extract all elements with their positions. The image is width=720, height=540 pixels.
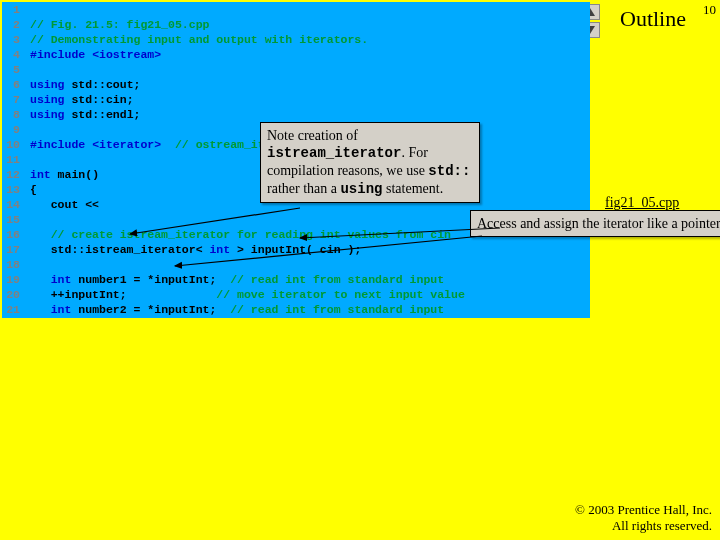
code-comment: // read int from standard input xyxy=(230,303,444,316)
line-number: 16 xyxy=(2,227,20,242)
code-comment: // read int from standard input xyxy=(230,273,444,286)
callout-text: statement. xyxy=(382,181,443,196)
copyright: © 2003 Prentice Hall, Inc. All rights re… xyxy=(575,502,712,534)
line-number: 15 xyxy=(2,212,20,227)
copyright-line: © 2003 Prentice Hall, Inc. xyxy=(575,502,712,518)
callout-text: Note creation of xyxy=(267,128,358,143)
line-number: 9 xyxy=(2,122,20,137)
line-number: 21 xyxy=(2,302,20,317)
line-number: 19 xyxy=(2,272,20,287)
outline-heading: Outline xyxy=(620,6,686,32)
code-keyword: using xyxy=(30,93,71,106)
code-text: std::cin; xyxy=(71,93,133,106)
code-keyword: using xyxy=(30,108,71,121)
line-number: 14 xyxy=(2,197,20,212)
code-text: std::cout; xyxy=(71,78,140,91)
code-include: <iterator> xyxy=(92,138,161,151)
line-number: 18 xyxy=(2,257,20,272)
code-keyword: int xyxy=(209,243,230,256)
code-text: > inputInt( cin ); xyxy=(230,243,361,256)
code-text: ++inputInt; xyxy=(30,288,216,301)
code-keyword: int xyxy=(30,303,71,316)
line-number: 1 xyxy=(2,2,20,17)
code-keyword: int xyxy=(30,168,51,181)
code-include: <iostream> xyxy=(92,48,161,61)
callout-mono: istream_iterator xyxy=(267,145,401,161)
code-keyword: #include xyxy=(30,138,92,151)
code-text: main() xyxy=(51,168,99,181)
line-number: 7 xyxy=(2,92,20,107)
code-text: std::istream_iterator< xyxy=(30,243,209,256)
callout-text: Access and assign the iterator like a po… xyxy=(477,216,720,231)
callout-mono: using xyxy=(340,181,382,197)
callout-istream-iterator: Note creation of istream_iterator. For c… xyxy=(260,122,480,203)
code-text: number1 = *inputInt; xyxy=(71,273,230,286)
line-number: 12 xyxy=(2,167,20,182)
callout-mono: std:: xyxy=(428,163,470,179)
callout-text: rather than a xyxy=(267,181,340,196)
code-keyword: int xyxy=(30,273,71,286)
line-number: 4 xyxy=(2,47,20,62)
line-number: 5 xyxy=(2,62,20,77)
line-number: 3 xyxy=(2,32,20,47)
code-keyword: #include xyxy=(30,48,92,61)
line-number: 17 xyxy=(2,242,20,257)
line-number: 8 xyxy=(2,107,20,122)
code-comment: // create istream_iterator for reading i… xyxy=(30,228,451,241)
code-text: cout << xyxy=(30,198,106,211)
code-keyword: using xyxy=(30,78,71,91)
copyright-line: All rights reserved. xyxy=(575,518,712,534)
code-text: number2 = *inputInt; xyxy=(71,303,230,316)
code-comment: // Fig. 21.5: fig21_05.cpp xyxy=(30,18,209,31)
code-comment: // Demonstrating input and output with i… xyxy=(30,33,368,46)
line-number: 13 xyxy=(2,182,20,197)
code-text: { xyxy=(30,183,37,196)
callout-pointer-access: Access and assign the iterator like a po… xyxy=(470,210,720,237)
line-number: 20 xyxy=(2,287,20,302)
line-number: 10 xyxy=(2,137,20,152)
code-text: std::endl; xyxy=(71,108,140,121)
line-number: 2 xyxy=(2,17,20,32)
line-number: 11 xyxy=(2,152,20,167)
page-number: 10 xyxy=(703,2,716,18)
line-number-gutter: 1 2 3 4 5 6 7 8 9 10 11 12 13 14 15 16 1… xyxy=(2,2,24,317)
code-comment: // move iterator to next input value xyxy=(216,288,464,301)
line-number: 6 xyxy=(2,77,20,92)
file-name-label: fig21_05.cpp xyxy=(605,195,679,211)
